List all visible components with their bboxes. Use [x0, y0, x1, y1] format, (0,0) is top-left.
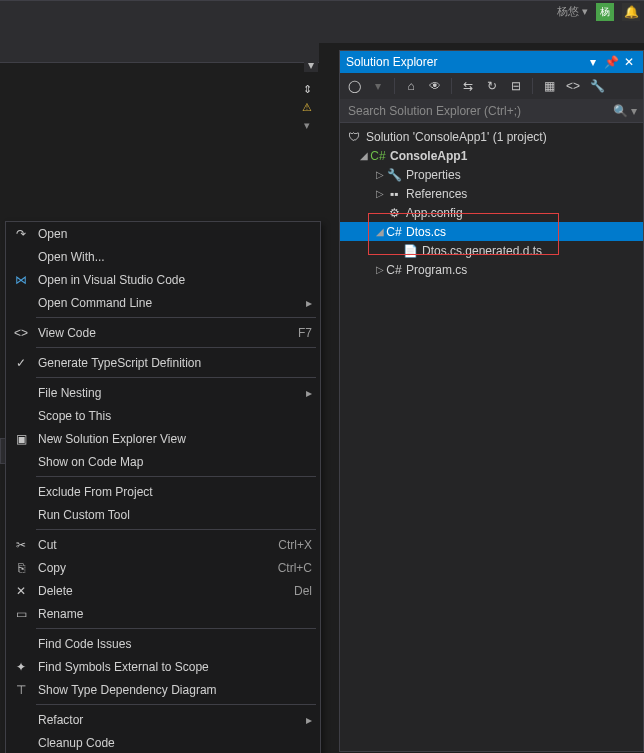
- editor-gutter: ⇕ ⚠ ▾: [297, 82, 317, 132]
- separator: [36, 529, 316, 530]
- program-label: Program.cs: [406, 263, 467, 277]
- close-icon[interactable]: ✕: [621, 54, 637, 70]
- csharp-project-icon: C#: [370, 148, 386, 164]
- ctx-viewcode[interactable]: <>View CodeF7: [6, 321, 320, 344]
- ctx-typedep[interactable]: ⊤Show Type Dependency Diagram: [6, 678, 320, 701]
- refresh-icon[interactable]: ↻: [482, 76, 502, 96]
- separator: [36, 628, 316, 629]
- expand-icon[interactable]: ▷: [374, 264, 386, 275]
- submenu-icon: ▸: [300, 296, 312, 310]
- ctx-runtool[interactable]: Run Custom Tool: [6, 503, 320, 526]
- references-node[interactable]: ▷ ▪▪ References: [340, 184, 643, 203]
- ctx-open[interactable]: ↷Open: [6, 222, 320, 245]
- project-label: ConsoleApp1: [390, 149, 467, 163]
- config-icon: ⚙: [386, 205, 402, 221]
- dtos-node[interactable]: ◢ C# Dtos.cs: [340, 222, 643, 241]
- dropdown-icon[interactable]: ▾: [304, 58, 318, 72]
- ctx-refactor[interactable]: Refactor▸: [6, 708, 320, 731]
- titlebar: 杨悠 ▾ 杨 🔔: [0, 0, 644, 43]
- open-icon: ↷: [10, 227, 32, 241]
- vscode-icon: ⋈: [10, 273, 32, 287]
- showall-icon[interactable]: ▦: [539, 76, 559, 96]
- separator: [36, 476, 316, 477]
- submenu-icon: ▸: [300, 386, 312, 400]
- properties-node[interactable]: ▷ 🔧 Properties: [340, 165, 643, 184]
- pin-icon[interactable]: 📌: [603, 54, 619, 70]
- properties-label: Properties: [406, 168, 461, 182]
- scope-icon[interactable]: 👁: [425, 76, 445, 96]
- collapse-icon[interactable]: ⊟: [506, 76, 526, 96]
- props-icon[interactable]: 🔧: [587, 76, 607, 96]
- dtos-generated-node[interactable]: 📄 Dtos.cs.generated.d.ts: [340, 241, 643, 260]
- search-input[interactable]: [346, 103, 613, 119]
- expand-icon[interactable]: ▷: [374, 169, 386, 180]
- warning-icon: ⚠: [299, 100, 315, 114]
- program-node[interactable]: ▷ C# Program.cs: [340, 260, 643, 279]
- copy-icon: ⎘: [10, 561, 32, 575]
- project-node[interactable]: ◢ C# ConsoleApp1: [340, 146, 643, 165]
- solution-explorer-search[interactable]: 🔍 ▾: [340, 99, 643, 123]
- solution-icon: 🛡: [346, 129, 362, 145]
- ctx-copy[interactable]: ⎘CopyCtrl+C: [6, 556, 320, 579]
- cut-icon: ✂: [10, 538, 32, 552]
- csharp-file-icon: C#: [386, 262, 402, 278]
- ctx-filenesting[interactable]: File Nesting▸: [6, 381, 320, 404]
- home-icon[interactable]: ⌂: [401, 76, 421, 96]
- ctx-findsymbols[interactable]: ✦Find Symbols External to Scope: [6, 655, 320, 678]
- solution-explorer-toolbar: ◯ ▾ ⌂ 👁 ⇆ ↻ ⊟ ▦ <> 🔧: [340, 73, 643, 99]
- ctx-rename[interactable]: ▭Rename: [6, 602, 320, 625]
- down-icon[interactable]: ▾: [299, 118, 315, 132]
- ctx-vscode[interactable]: ⋈Open in Visual Studio Code: [6, 268, 320, 291]
- dtos-generated-label: Dtos.cs.generated.d.ts: [422, 244, 542, 258]
- ctx-newse[interactable]: ▣New Solution Explorer View: [6, 427, 320, 450]
- ctx-scope[interactable]: Scope to This: [6, 404, 320, 427]
- solution-tree: 🛡 Solution 'ConsoleApp1' (1 project) ◢ C…: [340, 123, 643, 283]
- separator: [36, 377, 316, 378]
- dropdown-icon[interactable]: ▾: [585, 54, 601, 70]
- dtos-label: Dtos.cs: [406, 225, 446, 239]
- context-menu: ↷Open Open With... ⋈Open in Visual Studi…: [5, 221, 321, 753]
- appconfig-node[interactable]: ⚙ App.config: [340, 203, 643, 222]
- notification-icon[interactable]: 🔔: [622, 3, 640, 21]
- back-icon[interactable]: ◯: [344, 76, 364, 96]
- ctx-findissues[interactable]: Find Code Issues: [6, 632, 320, 655]
- solution-explorer-panel: Solution Explorer ▾ 📌 ✕ ◯ ▾ ⌂ 👁 ⇆ ↻ ⊟ ▦ …: [339, 50, 644, 752]
- solution-explorer-title[interactable]: Solution Explorer ▾ 📌 ✕: [340, 51, 643, 73]
- sync-icon[interactable]: ⇆: [458, 76, 478, 96]
- expand-icon[interactable]: ◢: [374, 226, 386, 237]
- ctx-cleanup[interactable]: Cleanup Code: [6, 731, 320, 753]
- ctx-exclude[interactable]: Exclude From Project: [6, 480, 320, 503]
- avatar[interactable]: 杨: [596, 3, 614, 21]
- split-icon[interactable]: ⇕: [299, 82, 315, 96]
- window-icon: ▣: [10, 432, 32, 446]
- wrench-icon: 🔧: [386, 167, 402, 183]
- find-icon: ✦: [10, 660, 32, 674]
- expand-icon[interactable]: ◢: [358, 150, 370, 161]
- appconfig-label: App.config: [406, 206, 463, 220]
- solution-node[interactable]: 🛡 Solution 'ConsoleApp1' (1 project): [340, 127, 643, 146]
- separator: [36, 704, 316, 705]
- references-icon: ▪▪: [386, 186, 402, 202]
- code-icon[interactable]: <>: [563, 76, 583, 96]
- csharp-file-icon: C#: [386, 224, 402, 240]
- ts-file-icon: 📄: [402, 243, 418, 259]
- rename-icon: ▭: [10, 607, 32, 621]
- search-icon[interactable]: 🔍 ▾: [613, 104, 637, 118]
- user-label[interactable]: 杨悠 ▾: [557, 4, 588, 19]
- ctx-openwith[interactable]: Open With...: [6, 245, 320, 268]
- ctx-codemap[interactable]: Show on Code Map: [6, 450, 320, 473]
- ctx-cmd[interactable]: Open Command Line▸: [6, 291, 320, 314]
- expand-icon[interactable]: ▷: [374, 188, 386, 199]
- references-label: References: [406, 187, 467, 201]
- code-icon: <>: [10, 326, 32, 340]
- fwd-icon[interactable]: ▾: [368, 76, 388, 96]
- editor-tabstrip: [0, 42, 319, 63]
- solution-label: Solution 'ConsoleApp1' (1 project): [366, 130, 547, 144]
- ctx-delete[interactable]: ✕DeleteDel: [6, 579, 320, 602]
- ctx-cut[interactable]: ✂CutCtrl+X: [6, 533, 320, 556]
- separator: [36, 347, 316, 348]
- diagram-icon: ⊤: [10, 683, 32, 697]
- ctx-gents[interactable]: ✓Generate TypeScript Definition: [6, 351, 320, 374]
- submenu-icon: ▸: [300, 713, 312, 727]
- delete-icon: ✕: [10, 584, 32, 598]
